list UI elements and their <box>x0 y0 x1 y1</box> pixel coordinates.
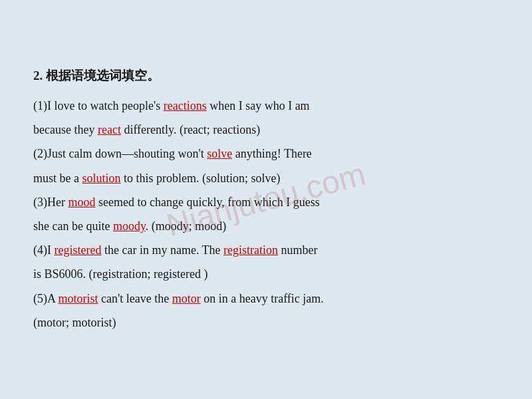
text-5a: (5)A <box>33 292 59 305</box>
paragraph-5: (5)A motorist can't leave the motor on i… <box>33 287 499 310</box>
answer-mood: mood <box>68 196 95 209</box>
paragraph-2: (2)Just calm down—shouting won't solve a… <box>33 142 499 165</box>
section-title: 2. 根据语境选词填空。 <box>33 64 499 88</box>
paragraph-5b: (motor; motorist) <box>33 311 499 334</box>
text-3c: she can be quite <box>33 219 113 233</box>
answer-registration: registration <box>223 243 278 257</box>
paragraph-1b: because they react differently. (react; … <box>33 118 499 141</box>
text-1a: (1)I love to watch people's <box>33 99 164 112</box>
text-5c: on in a heavy traffic jam. <box>201 292 324 305</box>
text-1d: differently. (react; reactions) <box>121 123 260 136</box>
text-2a: (2)Just calm down—shouting won't <box>33 147 207 160</box>
text-4c: number <box>278 243 317 257</box>
paragraph-3b: she can be quite moody. (moody; mood) <box>33 215 499 237</box>
main-content: 2. 根据语境选词填空。 (1)I love to watch people's… <box>27 51 505 348</box>
text-5b: can't leave the <box>98 292 172 305</box>
paragraph-2b: must be a solution to this problem. (sol… <box>33 167 499 190</box>
answer-registered: registered <box>54 243 101 257</box>
answer-motorist: motorist <box>59 292 98 305</box>
text-1b: when I say who I am <box>207 99 310 112</box>
text-3d: . (moody; mood) <box>146 219 227 233</box>
text-4a: (4)I <box>33 243 54 257</box>
text-2d: to this problem. (solution; solve) <box>121 172 281 185</box>
paragraph-4b: is BS6006. (registration; registered ) <box>33 263 499 285</box>
paragraph-4: (4)I registered the car in my name. The … <box>33 239 499 261</box>
text-4d: is BS6006. (registration; registered ) <box>33 267 207 281</box>
answer-solution: solution <box>82 172 121 185</box>
text-3b: seemed to change quickly, from which I g… <box>96 196 320 209</box>
text-2b: anything! There <box>232 147 312 160</box>
paragraph-1: (1)I love to watch people's reactions wh… <box>33 94 499 117</box>
answer-motor: motor <box>172 292 201 305</box>
answer-react: react <box>98 123 121 136</box>
answer-reactions: reactions <box>164 99 207 112</box>
text-4b: the car in my name. The <box>101 243 223 257</box>
paragraph-3: (3)Her mood seemed to change quickly, fr… <box>33 191 499 213</box>
text-5d: (motor; motorist) <box>33 316 116 329</box>
answer-solve: solve <box>207 147 232 160</box>
text-1c: because they <box>33 123 98 136</box>
text-2c: must be a <box>33 172 82 185</box>
text-3a: (3)Her <box>33 196 68 209</box>
answer-moody: moody <box>113 219 146 233</box>
